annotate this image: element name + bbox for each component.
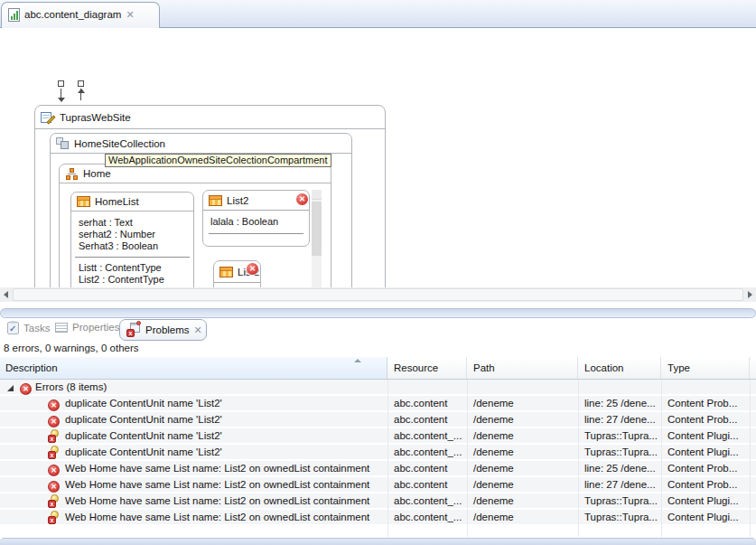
cell-resource: abc.content <box>394 461 447 475</box>
cell-description: Web Home have same List name: List2 on o… <box>65 461 369 475</box>
eclipse-window: abc.content_diagram ✕ TuprasWebSite Home… <box>0 0 756 545</box>
editor-horizontal-scrollbar[interactable] <box>0 287 756 302</box>
problem-row[interactable]: x Web Home have same List name: List2 on… <box>0 493 756 510</box>
column-header-location[interactable]: Location <box>578 357 661 379</box>
cell-description: Web Home have same List name: List2 on o… <box>65 510 369 524</box>
editor-tab-abc-content-diagram[interactable]: abc.content_diagram ✕ <box>1 2 160 28</box>
error-badge-icon: ✕ <box>247 263 258 275</box>
cell-path: /deneme <box>473 477 514 492</box>
cell-location: line: 25 /dene... <box>584 396 656 410</box>
node-label: List2 <box>227 195 248 206</box>
cell-resource: abc.content_... <box>394 428 462 443</box>
attribute[interactable]: Serhat3 : Boolean <box>71 240 193 252</box>
scroll-left-arrow-icon[interactable] <box>4 291 8 298</box>
cell-path: /deneme <box>473 428 514 443</box>
cell-path: /deneme <box>473 412 514 427</box>
cell-description: Web Home have same List name: List2 on o… <box>65 493 369 508</box>
problems-table-body: ✕ Errors (8 items) ✕ duplicate ContentUn… <box>0 380 756 538</box>
problem-row[interactable]: x duplicate ContentUnit name 'List2' abc… <box>0 445 756 461</box>
node-label: Home <box>83 168 111 179</box>
cell-location: line: 25 /dene... <box>584 461 656 475</box>
diagram-file-icon <box>8 8 20 22</box>
attribute[interactable]: lalala : Boolean <box>203 211 309 228</box>
error-icon: ✕ <box>48 465 60 476</box>
cell-description: duplicate ContentUnit name 'List2' <box>65 396 222 410</box>
cell-location: Tupras::Tupra... <box>584 428 658 443</box>
web-site-icon <box>41 111 55 124</box>
node-list2-duplicate[interactable]: List2 ✕ <box>213 260 261 287</box>
tab-label: Properties <box>72 322 119 333</box>
editor-tab-close-icon[interactable]: ✕ <box>126 10 134 20</box>
tab-tasks[interactable]: ✓ Tasks <box>7 322 50 334</box>
quickfix-error-icon: x <box>48 494 61 508</box>
problems-table-header: Description Resource Path Location Type <box>0 357 756 380</box>
problem-row[interactable]: x Web Home have same List name: List2 on… <box>0 510 756 526</box>
node-home-list[interactable]: HomeList serhat : Text serhat2 : Number … <box>70 192 194 287</box>
cell-resource: abc.content_... <box>394 493 462 508</box>
scrollbar-thumb[interactable] <box>312 202 322 256</box>
cell-path: /deneme <box>473 510 514 524</box>
cell-type: Content Prob... <box>667 477 737 492</box>
problem-row[interactable]: x duplicate ContentUnit name 'List2' abc… <box>0 428 756 445</box>
site-hierarchy-icon <box>65 168 79 180</box>
cell-location: line: 27 /dene... <box>584 477 656 492</box>
cell-path: /deneme <box>473 493 514 508</box>
anchor-arrow-up-icon[interactable] <box>76 80 88 102</box>
quickfix-error-icon: x <box>48 429 61 443</box>
sort-ascending-icon <box>354 359 361 362</box>
cell-resource: abc.content <box>394 396 447 410</box>
anchor-arrow-down-icon[interactable] <box>56 80 68 102</box>
attribute[interactable]: serhat : Text <box>71 217 193 229</box>
cell-resource: abc.content_... <box>394 510 462 524</box>
tasks-icon: ✓ <box>7 322 19 334</box>
cell-type: Content Plugi... <box>667 493 739 508</box>
problems-tab-close-icon[interactable]: ✕ <box>194 325 202 335</box>
cell-resource: abc.content <box>394 412 447 427</box>
list-table-icon <box>77 196 90 207</box>
tab-problems[interactable]: x Problems ✕ <box>119 319 207 341</box>
problem-row[interactable]: ✕ duplicate ContentUnit name 'List2' abc… <box>0 396 756 412</box>
cell-location: line: 27 /dene... <box>584 412 656 427</box>
cell-description: duplicate ContentUnit name 'List2' <box>65 428 222 443</box>
error-icon: ✕ <box>20 383 32 395</box>
reference[interactable]: Listt : ContentType <box>71 262 193 274</box>
list-table-icon <box>209 195 222 206</box>
column-header-path[interactable]: Path <box>467 357 578 379</box>
compartment-separator <box>209 233 303 234</box>
scroll-right-arrow-icon[interactable] <box>748 291 752 298</box>
column-header-description[interactable]: Description <box>0 357 387 379</box>
diagram-canvas[interactable]: TuprasWebSite HomeSiteCollection Home Ho… <box>0 28 756 287</box>
cell-location: Tupras::Tupra... <box>584 493 658 508</box>
list-table-icon <box>219 267 233 277</box>
cell-path: /deneme <box>473 461 514 475</box>
group-label: Errors (8 items) <box>35 380 107 394</box>
problem-row[interactable]: ✕ duplicate ContentUnit name 'List2' abc… <box>0 412 756 428</box>
cell-resource: abc.content_... <box>394 445 462 459</box>
reference[interactable]: List2 : ContentType <box>71 274 193 286</box>
quickfix-error-icon: x <box>48 446 61 459</box>
tab-label: Problems <box>145 324 190 335</box>
cell-description: duplicate ContentUnit name 'List2' <box>65 445 222 459</box>
node-label: HomeSiteCollection <box>74 138 165 149</box>
editor-tab-label: abc.content_diagram <box>24 9 121 20</box>
cell-path: /deneme <box>473 445 514 459</box>
node-list2[interactable]: List2 lalala : Boolean ✕ <box>202 190 310 247</box>
scrollbar-thumb[interactable] <box>13 288 743 301</box>
attribute[interactable]: serhat2 : Number <box>71 229 193 240</box>
problem-row[interactable]: ✕ Web Home have same List name: List2 on… <box>0 461 756 477</box>
cell-resource: abc.content <box>394 477 447 492</box>
column-header-resource[interactable]: Resource <box>387 357 467 379</box>
problem-row[interactable]: ✕ Web Home have same List name: List2 on… <box>0 477 756 493</box>
node-label: TuprasWebSite <box>60 112 131 123</box>
compartment-tooltip: WebApplicationOwnedSiteColectionCompartm… <box>105 154 331 167</box>
tab-properties[interactable]: Properties <box>55 322 119 333</box>
column-header-type[interactable]: Type <box>661 357 750 379</box>
error-icon: ✕ <box>48 399 60 411</box>
problems-icon: x <box>126 323 141 337</box>
compartment-vertical-scrollbar[interactable] <box>312 190 322 287</box>
scrollbar-up-button[interactable] <box>312 190 322 200</box>
cell-type: Content Prob... <box>667 412 737 427</box>
error-group-row[interactable]: ✕ Errors (8 items) <box>0 380 756 396</box>
view-stack-sash[interactable] <box>0 308 756 318</box>
tree-expand-toggle-icon[interactable] <box>7 385 14 391</box>
